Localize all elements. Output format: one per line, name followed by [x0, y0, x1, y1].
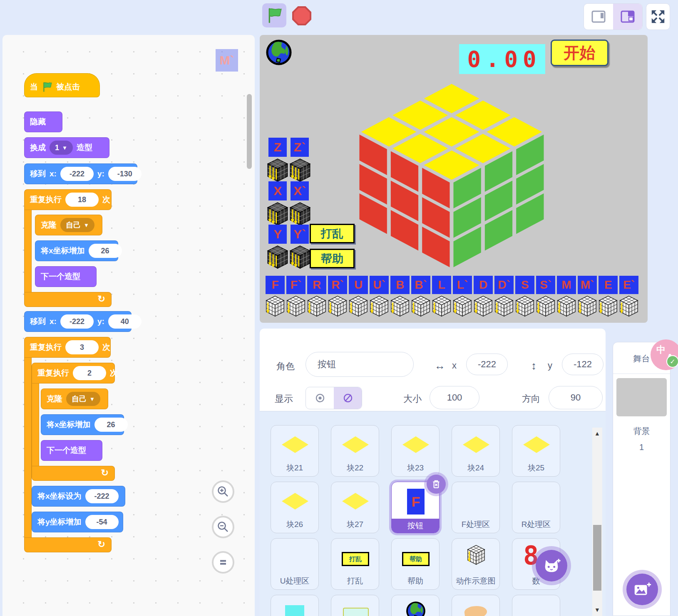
show-button[interactable] [306, 387, 334, 409]
move-l-prime-button[interactable]: L` [453, 276, 472, 294]
sprite-card-F处理区[interactable]: F处理区 [452, 482, 500, 533]
zoom-reset-button[interactable] [212, 551, 234, 574]
sprite-card-块25[interactable]: 块25 [512, 425, 560, 477]
green-flag-button[interactable] [262, 3, 286, 27]
rotate-y-button[interactable]: Y [268, 225, 287, 244]
clone-target-dropdown[interactable]: 自己▼ [60, 218, 94, 232]
sprite-card-块26[interactable]: 块26 [271, 482, 319, 533]
sprite-card[interactable] [331, 595, 379, 616]
move-l-button[interactable]: L [432, 276, 451, 294]
repeat-times-input[interactable]: 2 [73, 366, 106, 380]
sprite-card-帮助[interactable]: 帮助 帮助 [391, 538, 440, 590]
sprite-card-块27[interactable]: 块27 [331, 482, 379, 533]
move-m-prime-button[interactable]: M` [578, 276, 597, 294]
change-x-block[interactable]: 将x坐标增加 26 [41, 414, 124, 435]
help-button[interactable]: 帮助 [310, 249, 355, 268]
sprite-x-input[interactable]: -222 [466, 354, 508, 375]
next-costume-block[interactable]: 下一个造型 [41, 440, 102, 461]
sprite-card-块21[interactable]: 块21 [271, 425, 319, 477]
scroll-up-icon[interactable]: ▲ [592, 430, 602, 437]
repeat-block-footer[interactable]: ↻ [32, 466, 115, 481]
zoom-out-button[interactable] [212, 516, 234, 538]
scrollbar-thumb[interactable] [593, 525, 601, 591]
large-stage-layout-button[interactable] [613, 4, 642, 30]
add-sprite-button[interactable] [536, 550, 567, 581]
repeat-block[interactable]: 重复执行 2 次 [32, 363, 115, 383]
stop-button[interactable] [292, 6, 311, 25]
move-r-button[interactable]: R [307, 276, 326, 294]
x-input[interactable]: -222 [60, 314, 94, 329]
sprite-card-动作示意图[interactable]: 动作示意图 [452, 538, 500, 590]
y-input[interactable]: 40 [108, 314, 142, 329]
sprite-size-input[interactable]: 100 [430, 386, 479, 409]
move-m-button[interactable]: M [557, 276, 576, 294]
code-area[interactable]: M` 当 被点击 隐藏 换成 1▼ 造型 移到 x: -222 y: -130 … [2, 35, 255, 616]
costume-dropdown[interactable]: 1▼ [50, 141, 73, 155]
clone-block[interactable]: 克隆 自己▼ [41, 388, 108, 409]
repeat-times-input[interactable]: 18 [65, 193, 99, 207]
sprite-card-块23[interactable]: 块23 [391, 425, 440, 477]
sprite-list-scrollbar[interactable]: ▲ ▼ [592, 428, 602, 616]
move-d-button[interactable]: D [474, 276, 493, 294]
hide-button[interactable] [334, 387, 362, 409]
repeat-block-footer[interactable]: ↻ [24, 537, 112, 552]
move-r-prime-button[interactable]: R` [328, 276, 347, 294]
rotate-z-button[interactable]: Z [268, 138, 287, 157]
sprite-y-input[interactable]: -122 [562, 354, 603, 375]
move-b-button[interactable]: B [390, 276, 410, 294]
move-e-prime-button[interactable]: E` [619, 276, 638, 294]
goto-xy-block[interactable]: 移到 x: -222 y: 40 [24, 311, 132, 332]
change-x-input[interactable]: 26 [94, 418, 128, 432]
set-x-input[interactable]: -222 [85, 489, 119, 503]
move-u-button[interactable]: U [349, 276, 368, 294]
switch-costume-block[interactable]: 换成 1▼ 造型 [24, 137, 109, 158]
change-y-block[interactable]: 将y坐标增加 -54 [32, 512, 123, 532]
small-stage-layout-button[interactable] [584, 4, 613, 30]
change-x-block[interactable]: 将x坐标增加 26 [35, 240, 118, 261]
move-e-button[interactable]: E [599, 276, 618, 294]
hide-block[interactable]: 隐藏 [24, 111, 62, 132]
rotate-y-prime-button[interactable]: Y` [291, 225, 309, 244]
sprite-card[interactable] [452, 595, 500, 616]
code-scrollbar[interactable] [247, 94, 252, 169]
move-b-prime-button[interactable]: B` [411, 276, 430, 294]
stage-selector-panel[interactable]: 舞台 背景 1 [613, 342, 671, 616]
scroll-down-icon[interactable]: ▼ [592, 606, 602, 613]
sprite-card-块22[interactable]: 块22 [331, 425, 379, 477]
goto-xy-block[interactable]: 移到 x: -222 y: -130 [24, 163, 137, 184]
move-s-button[interactable]: S [515, 276, 534, 294]
sprite-card-块24[interactable]: 块24 [452, 425, 500, 477]
sprite-card-按钮-selected[interactable]: F 按钮 [391, 482, 440, 533]
sprite-card-R处理区[interactable]: R处理区 [512, 482, 560, 533]
add-backdrop-button[interactable] [626, 574, 658, 605]
next-costume-block[interactable]: 下一个造型 [35, 266, 97, 287]
sprite-card-打乱[interactable]: 打乱 打乱 [331, 538, 379, 590]
sprite-card[interactable] [271, 595, 319, 616]
move-d-prime-button[interactable]: D` [494, 276, 514, 294]
backdrop-thumbnail[interactable] [616, 378, 667, 416]
rotate-x-button[interactable]: X [268, 181, 287, 200]
repeat-block-footer[interactable]: ↻ [24, 292, 112, 307]
repeat-block[interactable]: 重复执行 18 次 [24, 189, 112, 210]
move-s-prime-button[interactable]: S` [536, 276, 555, 294]
repeat-times-input[interactable]: 3 [65, 340, 99, 354]
change-x-input[interactable]: 26 [89, 244, 122, 258]
set-x-block[interactable]: 将x坐标设为 -222 [32, 486, 125, 507]
sprite-card-U处理区[interactable]: U处理区 [271, 538, 319, 590]
x-input[interactable]: -222 [60, 167, 94, 181]
delete-sprite-button[interactable] [427, 475, 446, 494]
fullscreen-button[interactable] [646, 3, 670, 30]
rotate-x-prime-button[interactable]: X` [291, 181, 309, 200]
scramble-button[interactable]: 打乱 [310, 224, 355, 243]
sprite-card[interactable] [391, 595, 440, 616]
clone-block[interactable]: 克隆 自己▼ [35, 215, 102, 235]
sprite-direction-input[interactable]: 90 [549, 386, 603, 409]
rotate-z-prime-button[interactable]: Z` [291, 138, 309, 157]
sprite-card[interactable] [512, 595, 560, 616]
start-button[interactable]: 开始 [551, 40, 608, 66]
clone-target-dropdown[interactable]: 自己▼ [66, 392, 100, 406]
move-f-button[interactable]: F [266, 276, 285, 294]
y-input[interactable]: -130 [108, 167, 142, 181]
when-flag-clicked-block[interactable]: 当 被点击 [24, 73, 100, 97]
change-y-input[interactable]: -54 [85, 515, 119, 529]
